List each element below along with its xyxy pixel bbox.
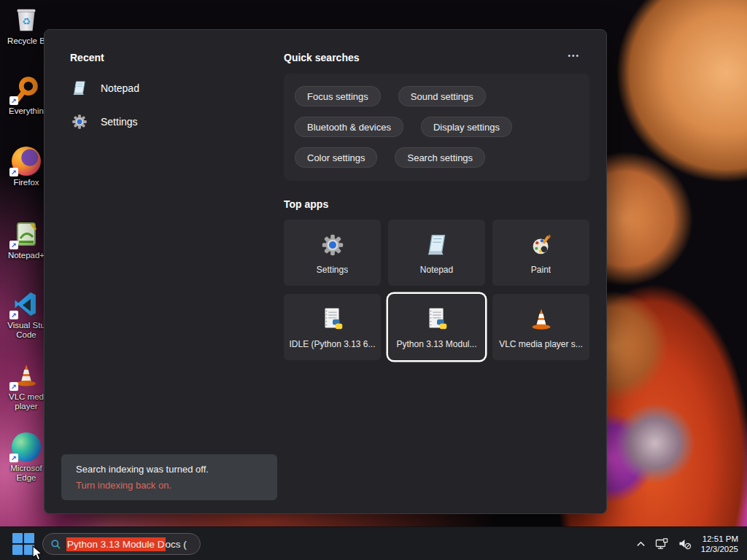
shortcut-arrow-icon: ↗ xyxy=(9,168,18,176)
windows-logo-icon xyxy=(12,545,23,555)
quick-search-pill[interactable]: Sound settings xyxy=(398,86,486,106)
more-options-button[interactable]: ••• xyxy=(565,50,583,61)
top-app-tile-idle-python[interactable]: IDLE (Python 3.13 6... xyxy=(284,294,381,360)
search-icon xyxy=(50,539,61,550)
tile-label: Paint xyxy=(531,265,551,275)
desktop-icon-recycle-bin[interactable]: ♻ Recycle B xyxy=(3,4,50,46)
shortcut-arrow-icon: ↗ xyxy=(9,311,18,319)
windows-logo-icon xyxy=(24,545,34,555)
top-app-tile-python-module-docs[interactable]: Python 3.13 Modul... xyxy=(388,294,485,360)
desktop-icon-vscode[interactable]: ↗ Visual Stu Code xyxy=(3,289,50,340)
recent-item-settings[interactable]: Settings xyxy=(70,110,138,133)
desktop-icon-label: Firefox xyxy=(13,178,39,187)
quick-search-pill[interactable]: Display settings xyxy=(421,117,512,137)
notepad-plus-plus-icon: ↗ xyxy=(11,219,42,249)
desktop-icon-label: Notepad+ xyxy=(8,251,44,260)
recent-item-label: Notepad xyxy=(101,82,139,94)
tile-label: Notepad xyxy=(420,265,453,275)
quick-search-pill[interactable]: Bluetooth & devices xyxy=(295,117,403,137)
tile-label: Python 3.13 Modul... xyxy=(396,339,476,349)
paint-palette-icon xyxy=(527,231,555,259)
clock-time: 12:51 PM xyxy=(701,534,738,544)
top-app-tile-notepad[interactable]: Notepad xyxy=(388,219,485,286)
unselected-text: ocs ( xyxy=(166,539,187,550)
top-app-tile-vlc[interactable]: VLC media player s... xyxy=(492,294,589,360)
tile-label: IDLE (Python 3.13 6... xyxy=(289,339,375,349)
notepad-icon xyxy=(423,231,451,259)
quick-search-pill[interactable]: Color settings xyxy=(295,147,377,168)
shortcut-arrow-icon: ↗ xyxy=(9,454,18,462)
vlc-cone-icon xyxy=(527,306,555,333)
top-app-tile-settings[interactable]: Settings xyxy=(284,219,381,286)
everything-magnifier-icon: ↗ xyxy=(11,74,42,105)
gear-icon xyxy=(319,231,347,259)
quick-search-pill[interactable]: Focus settings xyxy=(295,86,381,106)
taskbar-clock[interactable]: 12:51 PM 12/3/2025 xyxy=(701,534,738,554)
system-tray: 12:51 PM 12/3/2025 xyxy=(636,527,738,560)
shortcut-arrow-icon: ↗ xyxy=(9,241,18,249)
top-app-tile-paint[interactable]: Paint xyxy=(492,219,589,286)
search-query-text: Python 3.13 Module Docs ( xyxy=(66,539,187,550)
desktop-icon-label: Visual Stu Code xyxy=(3,321,50,340)
start-button[interactable] xyxy=(12,532,35,556)
desktop-icon-edge[interactable]: ↗ Microsof Edge xyxy=(3,432,50,483)
taskbar-search-box[interactable]: Python 3.13 Module Docs ( xyxy=(42,533,201,555)
desktop-icon-vlc[interactable]: ↗ VLC med player xyxy=(3,360,50,411)
volume-muted-icon[interactable] xyxy=(678,537,692,551)
quick-search-pill[interactable]: Search settings xyxy=(395,147,485,168)
shortcut-arrow-icon: ↗ xyxy=(9,96,18,105)
tile-label: VLC media player s... xyxy=(499,339,583,349)
firefox-icon: ↗ xyxy=(11,146,42,176)
desktop-icon-everything[interactable]: ↗ Everythin xyxy=(3,74,50,116)
edge-icon: ↗ xyxy=(11,432,42,462)
recent-section-title: Recent xyxy=(70,52,104,63)
tile-label: Settings xyxy=(317,265,348,275)
shortcut-arrow-icon: ↗ xyxy=(9,382,18,391)
top-apps-title: Top apps xyxy=(284,198,328,210)
search-flyout-panel: Recent Notepad Settings Quick searches •… xyxy=(44,29,607,514)
notepad-icon xyxy=(70,79,89,98)
indexing-notice: Search indexing was turned off. Turn ind… xyxy=(61,454,277,500)
recent-item-notepad[interactable]: Notepad xyxy=(70,77,139,100)
python-document-icon xyxy=(319,306,347,333)
top-apps-grid: Settings Notepad Paint IDLE (Python 3.13… xyxy=(284,219,589,360)
quick-searches-title: Quick searches xyxy=(284,52,360,63)
clock-date: 12/3/2025 xyxy=(701,544,738,554)
python-document-icon xyxy=(423,306,451,333)
quick-searches-card: Focus settings Sound settings Bluetooth … xyxy=(284,74,589,181)
vscode-icon: ↗ xyxy=(11,289,42,319)
recycle-bin-icon: ♻ xyxy=(11,4,42,35)
desktop-icon-label: Microsof Edge xyxy=(3,464,50,483)
taskbar: Python 3.13 Module Docs ( 12:51 PM 12/3/… xyxy=(0,526,747,560)
windows-logo-icon xyxy=(24,533,34,543)
recent-item-label: Settings xyxy=(101,116,138,128)
desktop-icon-firefox[interactable]: ↗ Firefox xyxy=(3,146,50,187)
desktop-icon-label: VLC med player xyxy=(3,392,50,411)
svg-text:♻: ♻ xyxy=(22,16,31,27)
desktop-icon-notepad-plus-plus[interactable]: ↗ Notepad+ xyxy=(3,219,50,260)
vlc-cone-icon: ↗ xyxy=(11,360,42,391)
selected-text: Python 3.13 Module D xyxy=(66,537,166,551)
desktop-icon-label: Everythin xyxy=(9,106,44,116)
indexing-notice-message: Search indexing was turned off. xyxy=(76,464,263,475)
gear-icon xyxy=(70,112,89,131)
tray-chevron-up-icon[interactable] xyxy=(636,540,646,549)
desktop-icon-label: Recycle B xyxy=(7,36,45,46)
network-icon[interactable] xyxy=(654,537,669,551)
turn-indexing-on-link[interactable]: Turn indexing back on. xyxy=(76,480,263,491)
windows-logo-icon xyxy=(12,533,23,543)
